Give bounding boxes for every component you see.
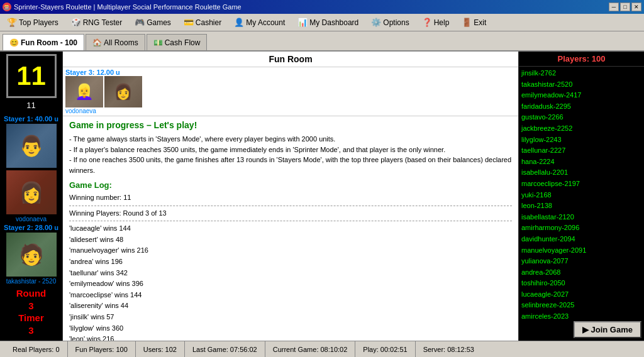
room-name: Fun Room — [269, 54, 312, 64]
player-9: isabellalu-2201 — [521, 167, 641, 178]
help-icon: ❓ — [422, 18, 432, 27]
tab-cash-flow[interactable]: 💵 Cash Flow — [147, 34, 208, 50]
left-panel: 11 11 Stayer 1: 40.00 u 👨 👩 vodonaeva St… — [0, 52, 63, 341]
menu-help-label: Help — [434, 18, 450, 27]
status-server: Server: 08:12:53 — [416, 341, 482, 357]
game-info: Game in progress – Let's play! - The gam… — [63, 116, 518, 341]
tab-fun-room[interactable]: 😊 Fun Room - 100 — [3, 34, 84, 50]
stayer2-name: takashistar - 2520 — [6, 278, 57, 285]
join-game-icon: ▶ — [582, 325, 589, 334]
stayer1-avatar-face: 👨 — [19, 134, 44, 158]
divider-1 — [69, 206, 512, 206]
menu-dashboard[interactable]: 📊 My Dashboard — [292, 16, 364, 30]
menu-games[interactable]: 🎮 Games — [129, 16, 177, 30]
log-entry-10: 'leon' wins 216 — [69, 334, 512, 341]
player-4: gustavo-2266 — [521, 112, 641, 123]
current-game-text: Current Game: 08:10:02 — [273, 346, 348, 353]
menu-help[interactable]: ❓ Help — [416, 16, 455, 30]
main-content: 11 11 Stayer 1: 40.00 u 👨 👩 vodonaeva St… — [0, 52, 644, 341]
winning-players-log: Winning Players: Round 3 of 13 — [69, 208, 512, 219]
player-15: davidhunter-2094 — [521, 234, 641, 245]
player-11: yuki-2168 — [521, 190, 641, 201]
close-button[interactable]: ✕ — [631, 3, 641, 11]
minimize-button[interactable]: ─ — [609, 3, 619, 11]
menu-dashboard-label: My Dashboard — [309, 18, 358, 27]
join-game-label: Join Game — [591, 325, 633, 334]
menu-options-label: Options — [383, 18, 409, 27]
log-entry-0: 'lucaeagle' wins 144 — [69, 223, 512, 234]
player-7: taellunar-2227 — [521, 145, 641, 157]
winning-number-small: 11 — [26, 101, 35, 110]
player-19: toshihiro-2050 — [521, 278, 641, 289]
stayer3-name: vodonaeva — [65, 107, 142, 114]
player-3: faridadusk-2295 — [521, 101, 641, 113]
game-log-title: Game Log: — [69, 180, 512, 190]
player-0: jinsilk-2762 — [521, 68, 641, 79]
menu-account[interactable]: 👤 My Account — [228, 16, 291, 30]
log-entry-8: 'jinsilk' wins 57 — [69, 312, 512, 323]
menu-top-players-label: Top Players — [19, 18, 58, 27]
app-icon: 🎰 — [3, 3, 11, 11]
menu-exit[interactable]: 🚪 Exit — [456, 16, 492, 30]
player-18: andrea-2068 — [521, 267, 641, 278]
stayer3-avatar2: 👩 — [104, 76, 142, 107]
tab-all-rooms-label: All Rooms — [104, 38, 138, 47]
status-users: Users: 102 — [136, 341, 185, 357]
log-entry-2: 'manuelvoyager' wins 216 — [69, 245, 512, 256]
stayer1-name: vodonaeva — [16, 216, 47, 222]
player-13: isabellastar-2120 — [521, 212, 641, 223]
menu-account-label: My Account — [246, 18, 285, 27]
join-game-button[interactable]: ▶ Join Game — [574, 321, 641, 338]
right-panel: Players: 100 jinsilk-2762 takashistar-25… — [518, 52, 644, 341]
stayer3-avatar1: 👱‍♀️ — [65, 76, 103, 107]
player-14: amirharmony-2096 — [521, 222, 641, 234]
status-play: Play: 00:02:51 — [355, 341, 415, 357]
menu-exit-label: Exit — [474, 18, 486, 27]
player-1: takashistar-2520 — [521, 79, 641, 91]
round-info: Round3Timer3 — [16, 287, 46, 336]
top-players-icon: 🏆 — [7, 18, 17, 27]
tab-all-rooms[interactable]: 🏠 All Rooms — [86, 34, 145, 50]
all-rooms-icon: 🏠 — [92, 38, 102, 47]
stayer3-area: Stayer 3: 12.00 u 👱‍♀️ 👩 vodonaeva — [63, 67, 518, 116]
player-6: lilyglow-2243 — [521, 135, 641, 146]
log-entry-4: 'taellunar' wins 342 — [69, 268, 512, 279]
status-bar: Real Players: 0 Fun Players: 100 Users: … — [0, 341, 644, 357]
tab-fun-room-label: Fun Room - 100 — [21, 38, 77, 47]
players-list: jinsilk-2762 takashistar-2520 emilymeado… — [519, 67, 644, 319]
stayer2-avatar-face: 🧑 — [19, 243, 44, 266]
last-game-text: Last Game: 07:56:02 — [192, 346, 257, 353]
status-fun-players: Fun Players: 100 — [68, 341, 136, 357]
divider-2 — [69, 221, 512, 221]
cash-flow-icon: 💵 — [153, 38, 163, 47]
maximize-button[interactable]: □ — [620, 3, 630, 11]
game-title: Game in progress – Let's play! — [69, 120, 512, 130]
menu-top-players[interactable]: 🏆 Top Players — [1, 16, 64, 30]
game-log-content: Winning number: 11 Winning Players: Roun… — [69, 192, 512, 341]
fun-players-text: Fun Players: 100 — [75, 346, 128, 353]
status-last-game: Last Game: 07:56:02 — [185, 341, 265, 357]
log-entry-5: 'emilymeadow' wins 396 — [69, 278, 512, 290]
menu-rng-tester-label: RNG Tester — [83, 18, 122, 27]
player-10: marcoeclipse-2197 — [521, 178, 641, 190]
games-icon: 🎮 — [135, 18, 145, 27]
log-entry-7: 'aliserenity' wins 44 — [69, 300, 512, 312]
title-bar: 🎰 Sprinter-Stayers Roulette | Multiplaye… — [0, 0, 644, 14]
player-5: jackbreeze-2252 — [521, 123, 641, 135]
fun-room-icon: 😊 — [9, 38, 19, 47]
window-title: Sprinter-Stayers Roulette | Multiplayer … — [14, 3, 242, 11]
player-17: yulianova-2077 — [521, 256, 641, 267]
menu-cashier[interactable]: 💳 Cashier — [178, 16, 227, 30]
log-entry-1: 'alidesert' wins 48 — [69, 234, 512, 246]
rng-tester-icon: 🎲 — [71, 18, 81, 27]
stayer3-label: Stayer 3: 12.00 u — [65, 69, 142, 76]
players-header: Players: 100 — [519, 52, 644, 67]
menu-rng-tester[interactable]: 🎲 RNG Tester — [65, 16, 128, 30]
tab-cash-flow-label: Cash Flow — [165, 38, 201, 47]
player-16: manuelvoyager-2091 — [521, 245, 641, 256]
join-game-area: ▶ Join Game — [519, 319, 644, 341]
center-panel: Fun Room Stayer 3: 12.00 u 👱‍♀️ 👩 vodona… — [63, 52, 518, 341]
menu-options[interactable]: ⚙️ Options — [365, 16, 414, 30]
dashboard-icon: 📊 — [297, 18, 308, 27]
fun-room-header: Fun Room — [63, 52, 518, 67]
